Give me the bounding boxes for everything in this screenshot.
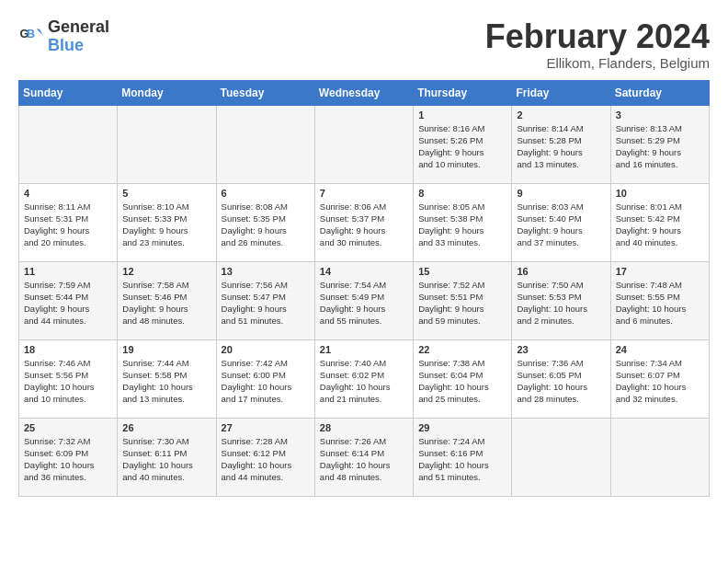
calendar-cell: 13Sunrise: 7:56 AMSunset: 5:47 PMDayligh… [216,261,314,339]
day-number: 6 [222,188,310,199]
day-number: 5 [122,188,210,199]
day-number: 8 [418,188,506,199]
day-info: Sunrise: 8:06 AMSunset: 5:37 PMDaylight:… [320,201,408,249]
day-number: 13 [222,266,310,277]
weekday-header-monday: Monday [118,80,216,105]
week-row-2: 4Sunrise: 8:11 AMSunset: 5:31 PMDaylight… [19,183,710,261]
day-info: Sunrise: 7:30 AMSunset: 6:11 PMDaylight:… [122,435,210,484]
week-row-4: 18Sunrise: 7:46 AMSunset: 5:56 PMDayligh… [19,339,710,418]
calendar-cell: 2Sunrise: 8:14 AMSunset: 5:28 PMDaylight… [512,105,610,183]
day-info: Sunrise: 7:36 AMSunset: 6:05 PMDaylight:… [517,357,605,406]
day-number: 24 [616,344,704,355]
calendar-cell [314,105,413,183]
calendar-cell [610,418,709,496]
calendar-cell: 12Sunrise: 7:58 AMSunset: 5:46 PMDayligh… [118,261,216,339]
calendar-cell [118,105,216,183]
calendar-table: SundayMondayTuesdayWednesdayThursdayFrid… [18,80,710,497]
day-info: Sunrise: 8:10 AMSunset: 5:33 PMDaylight:… [122,201,210,249]
day-number: 17 [616,266,704,277]
day-info: Sunrise: 7:44 AMSunset: 5:58 PMDaylight:… [122,357,210,406]
day-number: 15 [418,266,506,277]
day-number: 25 [24,422,112,433]
day-info: Sunrise: 7:34 AMSunset: 6:07 PMDaylight:… [616,357,704,406]
calendar-cell: 24Sunrise: 7:34 AMSunset: 6:07 PMDayligh… [610,339,709,418]
week-row-5: 25Sunrise: 7:32 AMSunset: 6:09 PMDayligh… [19,418,710,496]
week-row-1: 1Sunrise: 8:16 AMSunset: 5:26 PMDaylight… [19,105,710,183]
day-number: 26 [122,422,210,433]
day-info: Sunrise: 7:26 AMSunset: 6:14 PMDaylight:… [320,435,408,484]
calendar-cell: 21Sunrise: 7:40 AMSunset: 6:02 PMDayligh… [314,339,413,418]
day-info: Sunrise: 8:08 AMSunset: 5:35 PMDaylight:… [222,201,310,249]
day-info: Sunrise: 7:50 AMSunset: 5:53 PMDaylight:… [517,279,605,327]
calendar-cell: 5Sunrise: 8:10 AMSunset: 5:33 PMDaylight… [118,183,216,261]
day-info: Sunrise: 7:59 AMSunset: 5:44 PMDaylight:… [24,279,112,327]
calendar-cell: 9Sunrise: 8:03 AMSunset: 5:40 PMDaylight… [512,183,610,261]
weekday-header-tuesday: Tuesday [216,80,314,105]
day-number: 18 [24,344,112,355]
svg-marker-2 [37,29,43,35]
day-info: Sunrise: 7:28 AMSunset: 6:12 PMDaylight:… [222,435,310,484]
calendar-cell: 23Sunrise: 7:36 AMSunset: 6:05 PMDayligh… [512,339,610,418]
day-info: Sunrise: 8:03 AMSunset: 5:40 PMDaylight:… [517,201,605,249]
day-number: 20 [222,344,310,355]
calendar-cell: 8Sunrise: 8:05 AMSunset: 5:38 PMDaylight… [414,183,512,261]
day-info: Sunrise: 7:24 AMSunset: 6:16 PMDaylight:… [418,435,506,484]
calendar-cell: 29Sunrise: 7:24 AMSunset: 6:16 PMDayligh… [414,418,512,496]
calendar-cell: 19Sunrise: 7:44 AMSunset: 5:58 PMDayligh… [118,339,216,418]
calendar-cell: 6Sunrise: 8:08 AMSunset: 5:35 PMDaylight… [216,183,314,261]
day-number: 9 [517,188,605,199]
day-number: 11 [24,266,112,277]
day-number: 21 [320,344,408,355]
day-number: 29 [418,422,506,433]
calendar-cell: 26Sunrise: 7:30 AMSunset: 6:11 PMDayligh… [118,418,216,496]
location-subtitle: Ellikom, Flanders, Belgium [485,55,710,71]
day-number: 22 [418,344,506,355]
calendar-cell [216,105,314,183]
calendar-cell [512,418,610,496]
weekday-header-sunday: Sunday [19,80,118,105]
day-info: Sunrise: 7:58 AMSunset: 5:46 PMDaylight:… [122,279,210,327]
day-info: Sunrise: 7:40 AMSunset: 6:02 PMDaylight:… [320,357,408,406]
calendar-cell: 18Sunrise: 7:46 AMSunset: 5:56 PMDayligh… [19,339,118,418]
calendar-cell: 7Sunrise: 8:06 AMSunset: 5:37 PMDaylight… [314,183,413,261]
calendar-cell: 22Sunrise: 7:38 AMSunset: 6:04 PMDayligh… [414,339,512,418]
day-number: 7 [320,188,408,199]
weekday-header-thursday: Thursday [414,80,512,105]
calendar-cell: 16Sunrise: 7:50 AMSunset: 5:53 PMDayligh… [512,261,610,339]
weekday-header-row: SundayMondayTuesdayWednesdayThursdayFrid… [19,80,710,105]
calendar-cell [19,105,118,183]
day-info: Sunrise: 7:48 AMSunset: 5:55 PMDaylight:… [616,279,704,327]
day-info: Sunrise: 8:16 AMSunset: 5:26 PMDaylight:… [418,122,506,171]
day-number: 12 [122,266,210,277]
day-number: 14 [320,266,408,277]
weekday-header-saturday: Saturday [610,80,709,105]
day-info: Sunrise: 8:14 AMSunset: 5:28 PMDaylight:… [517,122,605,171]
day-info: Sunrise: 7:56 AMSunset: 5:47 PMDaylight:… [222,279,310,327]
day-number: 4 [24,188,112,199]
day-info: Sunrise: 8:01 AMSunset: 5:42 PMDaylight:… [616,201,704,249]
day-info: Sunrise: 7:54 AMSunset: 5:49 PMDaylight:… [320,279,408,327]
calendar-cell: 17Sunrise: 7:48 AMSunset: 5:55 PMDayligh… [610,261,709,339]
day-number: 16 [517,266,605,277]
calendar-cell: 14Sunrise: 7:54 AMSunset: 5:49 PMDayligh… [314,261,413,339]
calendar-cell: 11Sunrise: 7:59 AMSunset: 5:44 PMDayligh… [19,261,118,339]
day-info: Sunrise: 8:13 AMSunset: 5:29 PMDaylight:… [616,122,704,171]
title-block: February 2024 Ellikom, Flanders, Belgium [485,18,710,71]
week-row-3: 11Sunrise: 7:59 AMSunset: 5:44 PMDayligh… [19,261,710,339]
weekday-header-friday: Friday [512,80,610,105]
day-number: 10 [616,188,704,199]
calendar-cell: 3Sunrise: 8:13 AMSunset: 5:29 PMDaylight… [610,105,709,183]
day-number: 2 [517,109,605,121]
logo: G B General Blue [18,18,109,55]
day-info: Sunrise: 8:11 AMSunset: 5:31 PMDaylight:… [24,201,112,249]
calendar-cell: 20Sunrise: 7:42 AMSunset: 6:00 PMDayligh… [216,339,314,418]
svg-text:B: B [27,28,35,40]
page-header: G B General Blue February 2024 Ellikom, … [18,18,710,71]
day-number: 3 [616,109,704,121]
day-info: Sunrise: 7:38 AMSunset: 6:04 PMDaylight:… [418,357,506,406]
day-info: Sunrise: 7:46 AMSunset: 5:56 PMDaylight:… [24,357,112,406]
day-info: Sunrise: 7:52 AMSunset: 5:51 PMDaylight:… [418,279,506,327]
day-number: 23 [517,344,605,355]
calendar-cell: 10Sunrise: 8:01 AMSunset: 5:42 PMDayligh… [610,183,709,261]
calendar-cell: 1Sunrise: 8:16 AMSunset: 5:26 PMDaylight… [414,105,512,183]
